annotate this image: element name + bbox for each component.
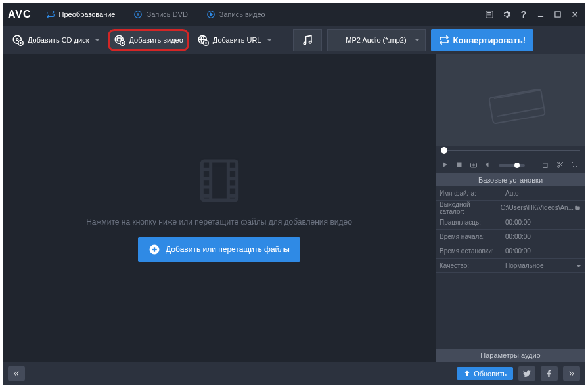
tab-convert-label: Преобразование	[59, 11, 116, 18]
music-note-icon	[301, 33, 314, 47]
add-video-button[interactable]: Добавить видео	[108, 29, 189, 51]
collapse-left-button[interactable]	[8, 366, 25, 381]
disc-icon	[133, 10, 143, 19]
setting-quality: Качество: Нормальное	[436, 259, 585, 273]
svg-point-26	[304, 42, 305, 44]
filename-value[interactable]: Auto	[501, 190, 585, 197]
music-format-button[interactable]	[293, 29, 322, 51]
add-url-label: Добавить URL	[213, 36, 261, 44]
svg-point-48	[473, 164, 475, 166]
menu-icon[interactable]	[484, 9, 495, 20]
globe-add-icon	[197, 34, 209, 46]
expand-icon[interactable]	[571, 161, 580, 170]
volume-thumb[interactable]	[514, 163, 520, 168]
duration-label: Працягласць:	[436, 219, 501, 226]
start-value[interactable]: 00:00:00	[501, 233, 585, 240]
titlebar-controls: ?	[484, 9, 580, 20]
titlebar: AVC Преобразование Запись DVD Запись вид…	[3, 3, 585, 26]
svg-marker-49	[486, 163, 489, 167]
maximize-icon[interactable]	[553, 9, 563, 20]
volume-slider[interactable]	[499, 164, 525, 167]
convert-label: Конвертировать!	[453, 35, 526, 45]
seek-track	[441, 150, 580, 151]
settings-table: Имя файла: Auto Выходной каталог: C:\Use…	[436, 186, 585, 349]
format-label: MP2 Audio (*.mp2)	[346, 36, 406, 44]
app-window: AVC Преобразование Запись DVD Запись вид…	[3, 3, 585, 385]
quality-value[interactable]: Нормальное	[501, 262, 585, 269]
svg-point-1	[137, 14, 139, 15]
tab-record[interactable]: Запись видео	[197, 3, 275, 26]
svg-rect-47	[471, 163, 477, 168]
svg-point-51	[558, 162, 560, 164]
minimize-icon[interactable]	[535, 9, 546, 20]
seek-bar[interactable]	[436, 146, 585, 158]
setting-duration: Працягласць: 00:00:00	[436, 215, 585, 230]
add-files-button[interactable]: Добавить или перетащить файлы	[138, 237, 300, 262]
audio-params-button[interactable]: Параметры аудио	[436, 349, 585, 362]
toolbar: Добавить CD диск Добавить видео Добавить…	[3, 26, 585, 54]
scissors-icon[interactable]	[556, 161, 566, 170]
duration-value: 00:00:00	[501, 219, 585, 226]
volume-icon[interactable]	[484, 161, 493, 170]
preview-pane	[436, 54, 585, 146]
svg-point-0	[135, 11, 142, 18]
help-icon[interactable]: ?	[518, 9, 529, 20]
filmstrip-icon	[478, 80, 543, 119]
svg-point-52	[558, 166, 560, 168]
svg-marker-45	[443, 162, 447, 167]
stop-label: Время остановки:	[436, 248, 501, 255]
convert-icon	[46, 10, 55, 19]
stop-value[interactable]: 00:00:00	[501, 248, 585, 255]
svg-rect-50	[543, 163, 548, 168]
twitter-button[interactable]	[518, 366, 535, 381]
svg-rect-46	[457, 163, 462, 167]
up-arrow-icon	[463, 370, 471, 377]
play-icon[interactable]	[441, 161, 450, 170]
svg-line-43	[494, 90, 540, 98]
chevron-down-icon	[576, 265, 581, 267]
svg-point-27	[309, 41, 311, 43]
main-area: Нажмите на кнопку ниже или перетащите фа…	[3, 54, 585, 362]
add-cd-button[interactable]: Добавить CD диск	[7, 29, 105, 51]
add-video-label: Добавить видео	[129, 36, 183, 44]
settings-header: Базовые установки	[436, 173, 585, 186]
tab-dvd-label: Запись DVD	[147, 11, 187, 18]
collapse-right-button[interactable]	[563, 366, 580, 381]
svg-rect-18	[117, 38, 121, 41]
chevron-down-icon	[267, 39, 272, 41]
film-add-icon	[114, 34, 125, 46]
tab-record-label: Запись видео	[219, 11, 265, 18]
snapshot-icon[interactable]	[470, 161, 479, 170]
popout-icon[interactable]	[542, 161, 551, 170]
app-logo: AVC	[8, 9, 32, 20]
format-select[interactable]: MP2 Audio (*.mp2)	[327, 29, 426, 51]
stop-icon[interactable]	[455, 161, 464, 170]
update-label: Обновить	[474, 370, 507, 377]
quality-label: Качество:	[436, 262, 501, 269]
gear-icon[interactable]	[501, 9, 512, 20]
seek-thumb[interactable]	[441, 147, 447, 154]
folder-icon[interactable]	[574, 205, 581, 211]
facebook-button[interactable]	[541, 366, 558, 381]
update-button[interactable]: Обновить	[457, 367, 513, 380]
tab-convert[interactable]: Преобразование	[37, 3, 125, 26]
close-icon[interactable]	[570, 9, 580, 20]
chevron-down-icon	[415, 39, 420, 41]
start-label: Время начала:	[436, 233, 501, 240]
svg-line-44	[497, 108, 543, 116]
disc-add-icon	[12, 34, 24, 46]
drop-area[interactable]: Нажмите на кнопку ниже или перетащите фа…	[3, 54, 436, 362]
filename-label: Имя файла:	[436, 190, 501, 197]
tab-dvd[interactable]: Запись DVD	[124, 3, 196, 26]
svg-point-13	[16, 39, 18, 41]
add-url-button[interactable]: Добавить URL	[192, 29, 277, 51]
setting-output: Выходной каталог: C:\Users\ПК\Videos\An.…	[436, 201, 585, 215]
output-label: Выходной каталог:	[436, 201, 497, 215]
plus-circle-icon	[148, 244, 160, 255]
convert-button[interactable]: Конвертировать!	[431, 29, 534, 51]
add-cd-label: Добавить CD диск	[28, 36, 89, 44]
output-value[interactable]: C:\Users\ПК\Videos\An...	[497, 204, 585, 211]
svg-marker-3	[210, 13, 213, 16]
film-placeholder-icon	[193, 154, 246, 207]
chevron-down-icon	[95, 39, 100, 41]
